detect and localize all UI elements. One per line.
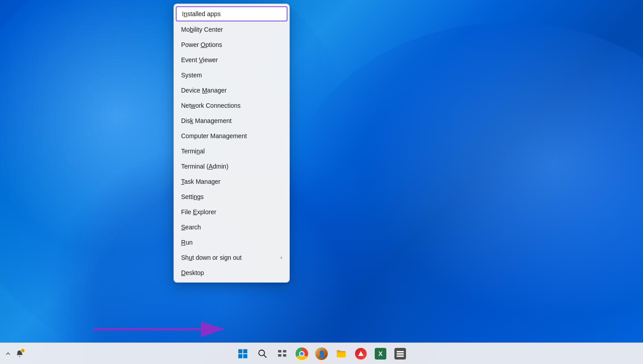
taskbar-profile-button[interactable]: 👤 <box>313 345 330 363</box>
taskbar-app7-button[interactable] <box>391 345 409 363</box>
taskbar-chrome-button[interactable] <box>293 345 311 363</box>
menu-item-event-viewer[interactable]: Event Viewer <box>174 52 289 68</box>
menu-item-settings[interactable]: Settings <box>174 189 289 204</box>
notification-button[interactable] <box>15 349 24 358</box>
svg-rect-13 <box>397 353 404 355</box>
menu-item-label: Terminal <box>181 148 205 155</box>
taskbar-taskview-button[interactable] <box>273 345 291 363</box>
excel-icon: X <box>375 348 386 360</box>
menu-item-label: Mobility Center <box>181 26 223 33</box>
menu-item-disk-management[interactable]: Disk Management <box>174 113 289 128</box>
menu-item-label: Disk Management <box>181 117 232 124</box>
chevron-up-icon <box>5 351 11 356</box>
taskbar: 👤 X <box>0 343 643 364</box>
menu-item-run[interactable]: Run <box>174 235 289 250</box>
menu-item-label: System <box>181 72 202 79</box>
svg-rect-2 <box>238 349 242 353</box>
menu-item-task-manager[interactable]: Task Manager <box>174 174 289 189</box>
menu-item-label: Search <box>181 224 201 231</box>
menu-item-label: Terminal (Admin) <box>181 163 228 170</box>
menu-item-label: File Explorer <box>181 208 216 216</box>
windows-logo-icon <box>238 349 248 359</box>
taskbar-file-explorer-button[interactable] <box>332 345 350 363</box>
menu-item-label: Network Connections <box>181 102 241 109</box>
start-button[interactable] <box>234 345 252 363</box>
menu-item-label: Desktop <box>181 269 204 276</box>
svg-rect-8 <box>278 350 281 352</box>
chrome-logo-icon <box>296 347 308 360</box>
svg-line-7 <box>264 355 266 357</box>
menu-item-installed-apps[interactable]: Installed apps <box>176 6 288 21</box>
menu-item-power-options[interactable]: Power Options <box>174 37 289 52</box>
menu-item-label: Event Viewer <box>181 56 218 63</box>
svg-rect-10 <box>278 354 281 356</box>
menu-item-network-connections[interactable]: Network Connections <box>174 98 289 113</box>
menu-item-terminal-admin[interactable]: Terminal (Admin) <box>174 159 289 174</box>
context-menu: Installed apps Mobility Center Power Opt… <box>173 4 290 283</box>
menu-item-label: Device Manager <box>181 87 227 94</box>
notification-icon <box>16 350 24 358</box>
search-icon <box>258 349 267 359</box>
menu-item-label: Power Options <box>181 41 222 48</box>
taskbar-center: 👤 X <box>234 345 409 363</box>
taskbar-app-red-button[interactable] <box>352 345 370 363</box>
taskview-icon <box>277 349 287 359</box>
system-tray <box>0 349 28 358</box>
desktop: Installed apps Mobility Center Power Opt… <box>0 0 643 364</box>
menu-item-device-manager[interactable]: Device Manager <box>174 83 289 98</box>
svg-rect-12 <box>397 351 404 352</box>
menu-item-shut-down[interactable]: Shut down or sign out › <box>174 250 289 265</box>
profile-avatar-icon: 👤 <box>315 347 328 360</box>
app7-icon <box>394 348 406 360</box>
submenu-chevron-icon: › <box>280 254 282 261</box>
folder-icon <box>336 348 347 359</box>
menu-item-label: Installed apps <box>182 10 220 17</box>
menu-item-system[interactable]: System <box>174 68 289 83</box>
menu-item-label: Shut down or sign out <box>181 254 241 261</box>
menu-item-terminal[interactable]: Terminal <box>174 144 289 159</box>
menu-item-label: Computer Management <box>181 132 247 140</box>
menu-item-search[interactable]: Search <box>174 220 289 235</box>
taskbar-excel-button[interactable]: X <box>372 345 389 363</box>
menu-item-desktop[interactable]: Desktop <box>174 265 289 280</box>
menu-item-computer-management[interactable]: Computer Management <box>174 128 289 144</box>
menu-item-label: Task Manager <box>181 178 220 185</box>
arrow-annotation <box>89 316 237 343</box>
taskbar-search-button[interactable] <box>254 345 271 363</box>
svg-rect-9 <box>283 350 286 352</box>
red-app-icon <box>355 348 367 360</box>
svg-rect-3 <box>243 349 247 353</box>
svg-rect-4 <box>238 354 242 358</box>
menu-item-label: Settings <box>181 193 204 200</box>
menu-item-file-explorer[interactable]: File Explorer <box>174 204 289 220</box>
menu-item-mobility-center[interactable]: Mobility Center <box>174 22 289 37</box>
svg-rect-11 <box>283 354 286 356</box>
menu-item-label: Run <box>181 239 193 246</box>
tray-chevron-button[interactable] <box>4 349 13 358</box>
svg-rect-14 <box>397 356 404 357</box>
svg-rect-5 <box>243 354 247 358</box>
